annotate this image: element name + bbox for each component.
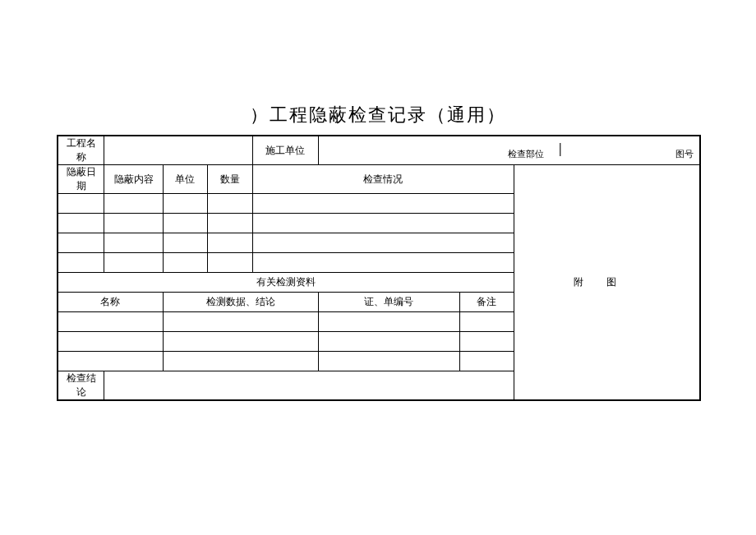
project-name-cell[interactable] [104,136,252,165]
label-conclusion: 检查结论 [58,371,104,400]
text-cursor: | [559,141,562,156]
header-row-2: 隐蔽日期 隐蔽内容 单位 数量 检查情况 附图 [58,165,700,194]
label-construction-unit: 施工单位 [252,136,318,165]
overlay-check-location: 检查部位 [508,148,544,160]
attached-image-area: 附图 [514,165,699,400]
label-hidden-date: 隐蔽日期 [58,165,104,194]
label-qty: 数量 [208,165,252,194]
conclusion-cell[interactable] [104,371,514,400]
label-test-material: 有关检测资料 [58,273,514,293]
header-row-1: 工程名称 施工单位 [58,136,700,165]
overlay-drawing-no: 图号 [675,148,694,160]
label-name: 名称 [58,293,164,312]
label-attached: 附图 [574,276,639,288]
label-inspection: 检查情况 [252,165,514,194]
label-hidden-content: 隐蔽内容 [104,165,164,194]
label-unit: 单位 [163,165,207,194]
form-table: 工程名称 施工单位 隐蔽日期 隐蔽内容 单位 数量 检查情况 附图 有关检测资料… [57,135,701,401]
form-title: ）工程隐蔽检查记录（通用） [0,103,756,127]
label-remark: 备注 [460,293,514,312]
label-cert-no: 证、单编号 [318,293,459,312]
label-project-name: 工程名称 [58,136,104,165]
label-test-result: 检测数据、结论 [163,293,318,312]
